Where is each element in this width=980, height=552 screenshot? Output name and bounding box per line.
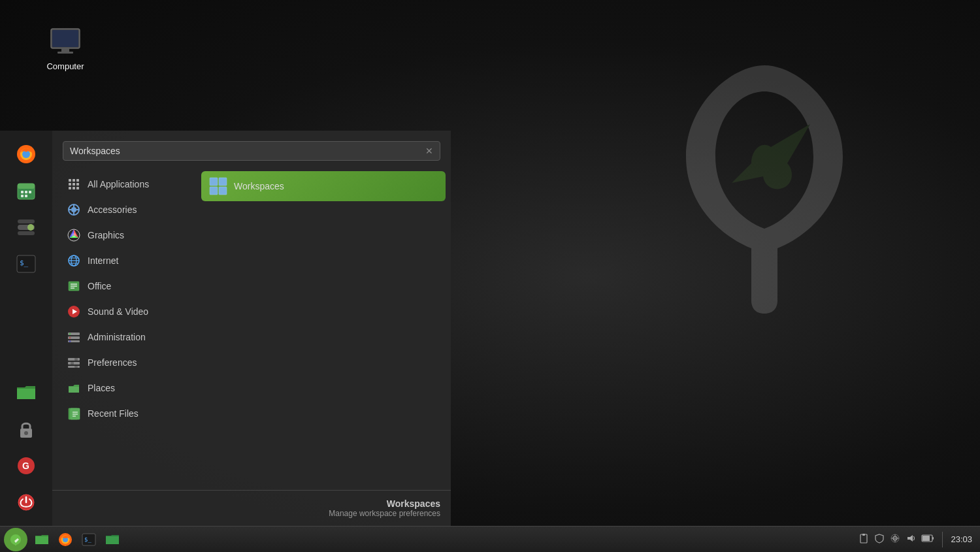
desktop: Computer xyxy=(0,0,980,552)
places-icon xyxy=(67,381,81,395)
svg-rect-18 xyxy=(18,231,35,235)
result-workspaces[interactable]: Workspaces xyxy=(201,171,446,201)
svg-rect-9 xyxy=(18,184,35,189)
svg-rect-30 xyxy=(73,183,75,186)
svg-text:G: G xyxy=(22,461,29,471)
category-sound-video[interactable]: Sound & Video xyxy=(56,299,192,324)
sidebar-firefox-icon[interactable] xyxy=(9,137,43,171)
graphics-label: Graphics xyxy=(88,230,124,240)
administration-icon xyxy=(67,330,81,344)
svg-rect-11 xyxy=(25,191,27,193)
category-recent-files[interactable]: Recent Files xyxy=(56,401,192,426)
sidebar-toggle-icon[interactable] xyxy=(9,210,43,244)
svg-rect-33 xyxy=(73,187,75,189)
svg-rect-34 xyxy=(76,187,79,189)
category-graphics[interactable]: Graphics xyxy=(56,223,192,248)
svg-point-42 xyxy=(72,233,76,237)
workspaces-icon xyxy=(209,177,227,195)
taskbar-files-button[interactable] xyxy=(31,529,52,550)
svg-rect-62 xyxy=(68,366,80,368)
taskbar-firefox-button[interactable] xyxy=(55,529,76,550)
taskbar-right: 23:03 xyxy=(858,532,980,547)
administration-label: Administration xyxy=(88,332,146,342)
all-apps-label: All Applications xyxy=(88,179,149,189)
category-all-apps[interactable]: All Applications xyxy=(56,172,192,197)
svg-rect-72 xyxy=(219,178,227,186)
categories-panel: All Applications xyxy=(52,169,196,490)
office-label: Office xyxy=(88,281,111,291)
graphics-icon xyxy=(67,228,81,242)
tray-volume-icon[interactable] xyxy=(906,533,916,545)
svg-rect-64 xyxy=(71,362,74,365)
sidebar-lock-icon[interactable] xyxy=(9,412,43,446)
svg-point-58 xyxy=(69,337,71,339)
search-clear-button[interactable]: ✕ xyxy=(425,146,433,156)
menu-sidebar: $_ xyxy=(0,131,52,526)
taskbar-separator xyxy=(942,532,943,547)
sound-video-icon xyxy=(67,304,81,319)
svg-rect-60 xyxy=(68,358,80,361)
category-administration[interactable]: Administration xyxy=(56,325,192,349)
accessories-icon xyxy=(67,203,81,217)
tray-battery-icon[interactable] xyxy=(921,534,934,545)
svg-rect-65 xyxy=(74,366,78,368)
svg-rect-17 xyxy=(18,219,35,223)
svg-rect-29 xyxy=(69,183,71,186)
taskbar-left: $_ xyxy=(0,527,123,553)
svg-rect-10 xyxy=(21,191,24,193)
category-accessories[interactable]: Accessories xyxy=(56,197,192,222)
svg-rect-28 xyxy=(76,179,79,182)
preferences-label: Preferences xyxy=(88,357,137,368)
svg-rect-2 xyxy=(52,30,78,47)
taskbar-terminal-button[interactable]: $_ xyxy=(78,529,99,550)
svg-point-16 xyxy=(27,224,34,231)
sidebar-files-icon[interactable] xyxy=(9,376,43,410)
menu-main: Workspaces ✕ xyxy=(52,131,451,526)
menu-bottom-bar: Workspaces Manage workspace preferences xyxy=(52,490,451,526)
sidebar-calendar-icon[interactable] xyxy=(9,174,43,208)
svg-text:$_: $_ xyxy=(84,536,91,543)
preferences-icon xyxy=(67,355,81,370)
recent-files-icon xyxy=(67,406,81,421)
mint-logo-watermark xyxy=(666,52,862,314)
menu-content: All Applications xyxy=(52,169,451,490)
results-panel: Workspaces xyxy=(196,169,451,490)
category-office[interactable]: Office xyxy=(56,274,192,299)
search-input[interactable]: Workspaces xyxy=(70,146,425,156)
tray-network-icon[interactable] xyxy=(890,533,900,545)
svg-marker-87 xyxy=(907,535,913,542)
sound-video-label: Sound & Video xyxy=(88,306,148,317)
sidebar-terminal-icon[interactable]: $_ xyxy=(9,247,43,281)
svg-rect-90 xyxy=(932,537,934,540)
office-icon xyxy=(67,279,81,293)
svg-rect-32 xyxy=(69,187,71,189)
svg-rect-3 xyxy=(61,48,69,52)
svg-rect-82 xyxy=(862,534,865,536)
category-preferences[interactable]: Preferences xyxy=(56,350,192,375)
all-apps-icon xyxy=(67,177,81,191)
svg-rect-27 xyxy=(73,179,75,182)
recent-files-label: Recent Files xyxy=(88,408,139,419)
taskbar-files2-button[interactable] xyxy=(102,529,123,550)
taskbar-clock: 23:03 xyxy=(951,534,972,544)
category-places[interactable]: Places xyxy=(56,376,192,400)
tray-clipboard-icon[interactable] xyxy=(858,533,869,545)
svg-text:$_: $_ xyxy=(20,259,29,267)
selected-app-desc: Manage workspace preferences xyxy=(63,509,440,518)
svg-rect-63 xyxy=(74,358,78,361)
category-internet[interactable]: Internet xyxy=(56,248,192,273)
tray-shield-icon[interactable] xyxy=(874,533,885,545)
svg-rect-73 xyxy=(210,187,218,195)
taskbar: $_ xyxy=(0,526,980,552)
sidebar-updater-icon[interactable]: G xyxy=(9,449,43,483)
svg-rect-12 xyxy=(29,191,31,193)
places-label: Places xyxy=(88,383,115,393)
menu-panel: $_ xyxy=(0,131,451,526)
svg-rect-74 xyxy=(219,187,227,195)
taskbar-mint-button[interactable] xyxy=(4,528,27,551)
svg-rect-4 xyxy=(57,52,73,54)
sidebar-power-icon[interactable] xyxy=(9,485,43,519)
svg-point-57 xyxy=(69,333,71,335)
svg-point-22 xyxy=(24,431,28,435)
computer-desktop-icon[interactable]: Computer xyxy=(39,26,91,71)
